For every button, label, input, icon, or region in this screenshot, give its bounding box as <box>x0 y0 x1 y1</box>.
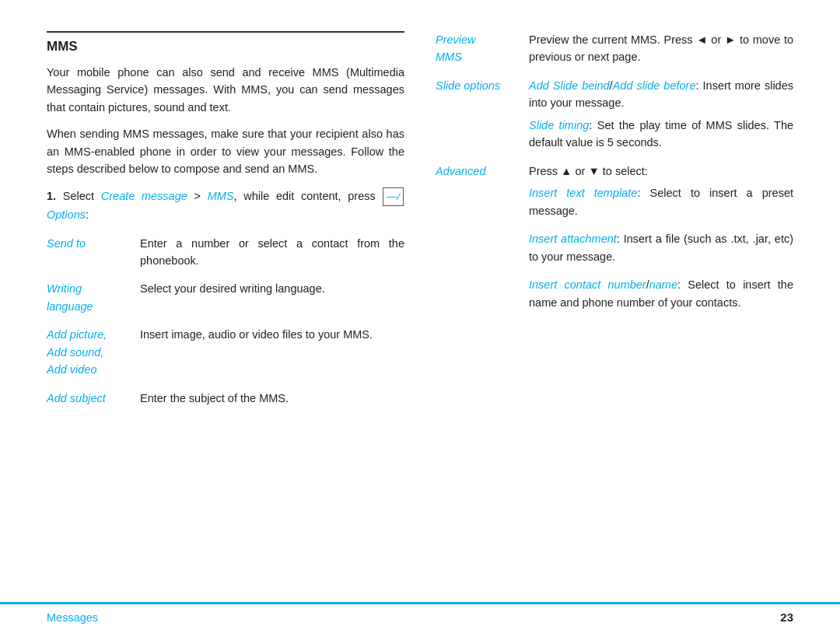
footer-messages-label: Messages <box>47 611 98 624</box>
right-def-desc-slide-options: Add Slide beind/Add slide before: Insert… <box>529 77 793 152</box>
step-item-1: 1. Select Create message > MMS, while ed… <box>47 187 404 224</box>
footer: Messages 23 <box>0 602 840 630</box>
add-slide-beind-label: Add Slide beind <box>529 79 610 92</box>
def-desc-add-media: Insert image, audio or video files to yo… <box>140 326 404 343</box>
page-container: MMS Your mobile phone can also send and … <box>0 0 840 630</box>
intro-paragraph-1: Your mobile phone can also send and rece… <box>47 64 404 116</box>
def-desc-send-to: Enter a number or select a contact from … <box>140 235 404 270</box>
footer-page-number: 23 <box>780 611 793 624</box>
right-def-row-advanced: Advanced Press ▲ or ▼ to select: Insert … <box>436 163 793 322</box>
advanced-label: Advanced <box>436 165 486 177</box>
intro-paragraph-2: When sending MMS messages, make sure tha… <box>47 125 404 177</box>
insert-contact-number-label: Insert contact number <box>529 278 646 291</box>
step-text-after: , while edit content, press <box>234 190 376 202</box>
step-link-mms: MMS <box>208 190 234 202</box>
insert-attachment-label: Insert attachment <box>529 233 617 245</box>
insert-text-template-label: Insert text template <box>529 187 637 199</box>
add-subject-label: Add subject <box>47 392 106 404</box>
right-column: PreviewMMS Preview the current MMS. Pres… <box>436 31 793 586</box>
preview-mms-label: PreviewMMS <box>436 33 476 63</box>
step-options-label: Options <box>47 208 86 221</box>
insert-contact-name-label: name <box>649 278 677 291</box>
send-to-label: Send to <box>47 237 86 250</box>
slide-timing-def: Slide timing: Set the play time of MMS s… <box>529 117 793 152</box>
right-def-row-preview: PreviewMMS Preview the current MMS. Pres… <box>436 31 793 66</box>
step-text-before: Select <box>63 190 94 202</box>
advanced-section: Insert text template: Select to insert a… <box>529 184 793 311</box>
step-link-create-message: Create message <box>101 190 187 202</box>
options-box: —/ <box>383 187 404 206</box>
left-column: MMS Your mobile phone can also send and … <box>47 31 404 586</box>
step-number: 1. <box>47 190 56 202</box>
writing-language-label: Writinglanguage <box>47 282 93 312</box>
def-desc-writing-language: Select your desired writing language. <box>140 280 404 297</box>
def-row-add-media: Add picture,Add sound,Add video Insert i… <box>47 326 404 378</box>
right-def-desc-advanced: Press ▲ or ▼ to select: Insert text temp… <box>529 163 793 322</box>
def-term-add-subject: Add subject <box>47 390 132 407</box>
advanced-item-insert-text-template: Insert text template: Select to insert a… <box>529 184 793 219</box>
advanced-item-insert-contact: Insert contact number/name: Select to in… <box>529 276 793 311</box>
add-slide-before-label: Add slide before <box>613 79 696 92</box>
advanced-item-insert-attachment: Insert attachment: Insert a file (such a… <box>529 230 793 265</box>
step-text-middle1: > <box>187 190 208 202</box>
section-divider <box>47 31 404 33</box>
right-def-term-slide-options: Slide options <box>436 77 521 94</box>
step-colon: : <box>86 208 89 221</box>
add-picture-label: Add picture,Add sound,Add video <box>47 328 107 376</box>
right-def-desc-preview: Preview the current MMS. Press ◄ or ► to… <box>529 31 793 66</box>
definition-table: Send to Enter a number or select a conta… <box>47 235 404 408</box>
right-def-term-preview: PreviewMMS <box>436 31 521 66</box>
right-def-term-advanced: Advanced <box>436 163 521 180</box>
def-term-writing-language: Writinglanguage <box>47 280 132 315</box>
slide-options-label: Slide options <box>436 79 500 92</box>
content-area: MMS Your mobile phone can also send and … <box>0 0 840 602</box>
right-def-row-slide-options: Slide options Add Slide beind/Add slide … <box>436 77 793 152</box>
def-desc-add-subject: Enter the subject of the MMS. <box>140 390 404 407</box>
def-term-send-to: Send to <box>47 235 132 252</box>
section-title: MMS <box>47 39 404 54</box>
step-list: 1. Select Create message > MMS, while ed… <box>47 187 404 224</box>
def-term-add-media: Add picture,Add sound,Add video <box>47 326 132 378</box>
def-row-add-subject: Add subject Enter the subject of the MMS… <box>47 390 404 407</box>
right-def-table: PreviewMMS Preview the current MMS. Pres… <box>436 31 793 322</box>
def-row-send-to: Send to Enter a number or select a conta… <box>47 235 404 270</box>
advanced-desc: Press ▲ or ▼ to select: <box>529 165 648 177</box>
slide-timing-label: Slide timing <box>529 119 589 131</box>
def-row-writing-language: Writinglanguage Select your desired writ… <box>47 280 404 315</box>
